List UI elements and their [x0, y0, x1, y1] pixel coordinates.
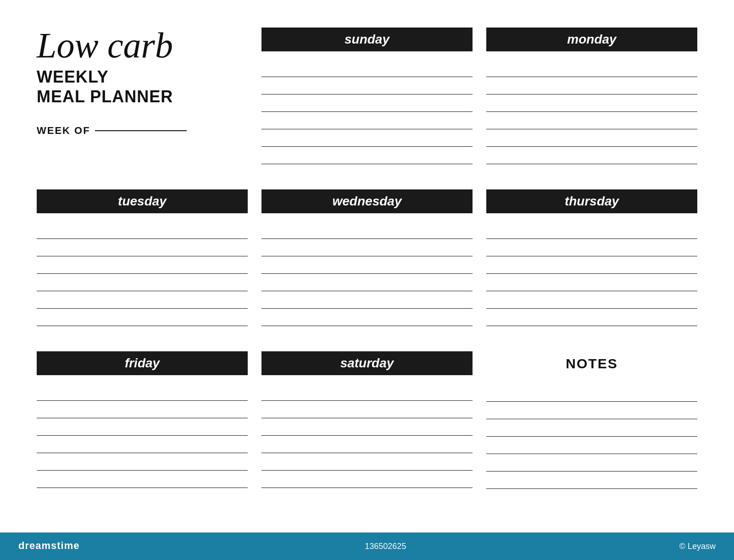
week-of-line: [95, 130, 187, 131]
write-line[interactable]: [486, 129, 697, 147]
write-line[interactable]: [261, 274, 473, 291]
write-line[interactable]: [486, 256, 697, 274]
monday-section: monday: [486, 28, 697, 189]
write-line[interactable]: [261, 309, 473, 326]
saturday-header: saturday: [261, 351, 473, 375]
write-line[interactable]: [486, 309, 697, 326]
write-line[interactable]: [486, 471, 697, 489]
footer-id: 136502625: [365, 542, 406, 551]
write-line[interactable]: [37, 309, 248, 326]
sunday-lines: [261, 60, 473, 164]
write-line[interactable]: [486, 454, 697, 471]
write-line[interactable]: [37, 274, 248, 291]
write-line[interactable]: [37, 291, 248, 309]
write-line[interactable]: [37, 471, 248, 488]
monday-header: monday: [486, 28, 697, 51]
tuesday-lines: [37, 222, 248, 326]
title-block: Low carb WEEKLY MEAL PLANNER WEEK OF: [37, 28, 248, 189]
write-line[interactable]: [486, 384, 697, 402]
write-line[interactable]: [486, 419, 697, 437]
write-line[interactable]: [261, 94, 473, 112]
friday-section: friday: [37, 351, 248, 514]
tuesday-section: tuesday: [37, 189, 248, 351]
friday-header: friday: [37, 351, 248, 375]
main-title-cursive: Low carb: [37, 28, 248, 63]
write-line[interactable]: [261, 256, 473, 274]
thursday-header: thursday: [486, 189, 697, 213]
friday-lines: [37, 383, 248, 488]
write-line[interactable]: [486, 402, 697, 419]
write-line[interactable]: [261, 129, 473, 147]
notes-section: NOTES: [486, 351, 697, 514]
footer-author: © Leyasw: [679, 542, 716, 551]
write-line[interactable]: [261, 239, 473, 256]
write-line[interactable]: [37, 436, 248, 453]
write-line[interactable]: [486, 239, 697, 256]
write-line[interactable]: [486, 112, 697, 129]
write-line[interactable]: [486, 437, 697, 454]
write-line[interactable]: [37, 418, 248, 436]
dreamstime-logo-svg: dreamstime: [18, 538, 92, 552]
write-line[interactable]: [486, 94, 697, 112]
write-line[interactable]: [486, 77, 697, 94]
write-line[interactable]: [486, 274, 697, 291]
write-line[interactable]: [37, 401, 248, 418]
write-line[interactable]: [37, 453, 248, 471]
wednesday-section: wednesday: [261, 189, 473, 351]
notes-header: NOTES: [486, 351, 697, 376]
wednesday-header: wednesday: [261, 189, 473, 213]
write-line[interactable]: [486, 147, 697, 164]
write-line[interactable]: [261, 291, 473, 309]
sunday-section: sunday: [261, 28, 473, 189]
tuesday-header: tuesday: [37, 189, 248, 213]
write-line[interactable]: [37, 239, 248, 256]
main-subtitle: WEEKLY MEAL PLANNER: [37, 67, 248, 106]
write-line[interactable]: [261, 453, 473, 471]
write-line[interactable]: [37, 256, 248, 274]
write-line[interactable]: [261, 60, 473, 77]
saturday-section: saturday: [261, 351, 473, 514]
week-of-label: WEEK OF: [37, 125, 90, 137]
footer-logo: dreamstime: [18, 538, 92, 554]
write-line[interactable]: [261, 112, 473, 129]
write-line[interactable]: [486, 291, 697, 309]
monday-lines: [486, 60, 697, 164]
write-line[interactable]: [486, 222, 697, 239]
week-of-row: WEEK OF: [37, 125, 248, 137]
saturday-lines: [261, 383, 473, 488]
write-line[interactable]: [261, 418, 473, 436]
write-line[interactable]: [261, 401, 473, 418]
thursday-section: thursday: [486, 189, 697, 351]
write-line[interactable]: [37, 222, 248, 239]
thursday-lines: [486, 222, 697, 326]
sunday-header: sunday: [261, 28, 473, 51]
notes-lines: [486, 384, 697, 489]
write-line[interactable]: [486, 60, 697, 77]
write-line[interactable]: [261, 222, 473, 239]
write-line[interactable]: [261, 147, 473, 164]
svg-text:dreamstime: dreamstime: [18, 540, 80, 551]
write-line[interactable]: [37, 383, 248, 401]
write-line[interactable]: [261, 383, 473, 401]
write-line[interactable]: [261, 436, 473, 453]
write-line[interactable]: [261, 77, 473, 94]
meal-planner: Low carb WEEKLY MEAL PLANNER WEEK OF sun…: [0, 0, 734, 532]
write-line[interactable]: [261, 471, 473, 488]
footer-bar: dreamstime 136502625 © Leyasw: [0, 532, 734, 560]
wednesday-lines: [261, 222, 473, 326]
